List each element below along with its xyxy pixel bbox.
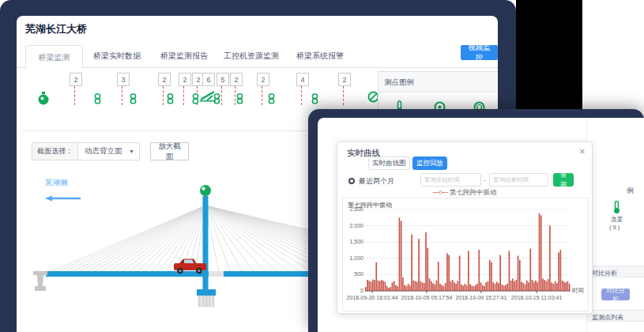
sensor-count-box: 2 — [179, 73, 191, 86]
sensor-dash-line — [301, 86, 302, 105]
point-list-section-header: 监测点列表 — [587, 310, 644, 322]
compare-analysis-button[interactable]: 对比分析 — [601, 289, 630, 300]
sensor-dash-line — [163, 86, 164, 105]
sensor-count-box: 2 — [70, 73, 82, 86]
sensor-count-box: 4 — [296, 73, 309, 86]
sensor-count-box: 6 — [202, 73, 215, 86]
sensor-dash-line — [221, 86, 222, 105]
section-select-value: 动态背立面 — [85, 146, 122, 157]
y-axis-tick-label: 2,000 — [343, 223, 363, 228]
chain-sensor-icon[interactable] — [167, 93, 174, 108]
x-axis-tick-label: 2018-10-15 11:03:41 — [511, 295, 562, 300]
y-axis-tick-label: 500 — [343, 271, 363, 277]
enlarge-section-button[interactable]: 放大截面 — [150, 142, 189, 160]
y-axis-tick-label: 1,000 — [343, 255, 363, 261]
range-separator: - — [484, 176, 486, 184]
video-monitor-button[interactable]: 视频监控 — [461, 45, 498, 60]
tab-ipc-resource[interactable]: 工控机资源监测 — [224, 51, 279, 62]
tab-monitor-playback[interactable]: 监控回放 — [412, 157, 447, 170]
sensor-count-box: 5 — [217, 73, 229, 86]
sensor-count-box: 2 — [158, 73, 171, 86]
point-list-label: 监测点列表 — [592, 313, 623, 322]
screenshot-stage: 芜湖长江大桥 桥梁监测 桥梁实时数据 桥梁监测报告 工控机资源监测 桥梁系统报警… — [0, 0, 644, 332]
query-start-time-input[interactable] — [420, 173, 481, 187]
jack-sensor-icon[interactable] — [199, 89, 217, 105]
chain-sensor-icon[interactable] — [94, 93, 101, 108]
legend-marker-icon: —○— — [432, 188, 447, 196]
vibration-chart — [343, 198, 588, 311]
legend-panel-header: 测点图例 — [378, 72, 498, 92]
sensor-dash-line — [262, 86, 262, 105]
y-axis-tick-label: 2,500 — [343, 206, 363, 212]
x-axis-tick-label: 2018-09-30 16:01:44 — [347, 295, 398, 300]
tab-bridge-monitoring[interactable]: 桥梁监测 — [25, 45, 83, 69]
sensor-dash-line — [343, 86, 344, 105]
page-title: 芜湖长江大桥 — [25, 22, 87, 36]
sensor-count-box: 3 — [117, 73, 130, 86]
tab-monitor-report[interactable]: 桥梁监测报告 — [160, 51, 208, 62]
x-axis-title: 时间 — [572, 287, 584, 295]
last-two-months-label: 最近两个月 — [359, 176, 394, 187]
legend-header-clipped: 例 — [627, 186, 644, 195]
realtime-curve-dialog: 实时曲线 × 实时曲线图 监控回放 最近两个月 - 查询 —○— 第七跨跨中振动… — [337, 141, 593, 314]
y-axis-tick-label: 0 — [343, 288, 363, 293]
vibration-chart-panel: 第七跨跨中振动 05001,0001,5002,0002,5002018-09-… — [342, 198, 589, 311]
sensor-count-box: 2 — [257, 73, 269, 86]
chart-legend[interactable]: —○— 第七跨跨中振动 — [337, 188, 592, 198]
chain-sensor-icon[interactable] — [311, 93, 318, 108]
tab-realtime-data[interactable]: 桥梁实时数据 — [93, 51, 141, 62]
sensor-dash-line — [235, 86, 235, 105]
chevron-down-icon: ▼ — [129, 149, 134, 154]
thermometer-icon — [612, 201, 621, 217]
section-select-label: 截面选择： — [32, 142, 78, 160]
x-axis-tick-label: 2018-10-09 15:27:41 — [455, 295, 507, 300]
query-button[interactable]: 查询 — [553, 173, 574, 187]
stopwatch-icon[interactable] — [37, 92, 50, 108]
background-gap — [516, 0, 582, 109]
sensor-dash-line — [74, 86, 75, 105]
chain-sensor-icon[interactable] — [192, 93, 199, 108]
chain-sensor-icon[interactable] — [268, 93, 275, 108]
sensor-count-box: 2 — [338, 73, 351, 86]
temperature-label: 温度 — [611, 216, 623, 224]
tab-realtime-curve[interactable]: 实时曲线图 — [368, 157, 410, 170]
sensor-count-box: 2 — [230, 73, 243, 86]
section-select-dropdown[interactable]: 动态背立面 ▼ — [77, 142, 140, 160]
chain-sensor-icon[interactable] — [236, 93, 243, 108]
legend-series-label: 第七跨跨中振动 — [450, 188, 497, 196]
temperature-count: ( 9 ) — [609, 224, 620, 231]
tab-divider — [17, 67, 498, 68]
compare-header-label: 对比分析 — [592, 269, 617, 277]
query-end-time-input[interactable] — [489, 173, 548, 187]
chain-sensor-icon[interactable] — [130, 93, 137, 108]
legend-panel-title: 测点图例 — [384, 77, 414, 88]
close-icon[interactable]: × — [579, 145, 586, 157]
dialog-window: 例 温度 ( 9 ) 对比分析 对比分析 监测点列表 实时曲线 × 实时曲线图 … — [318, 118, 644, 332]
sensor-dash-line — [122, 86, 122, 105]
last-two-months-radio[interactable] — [348, 178, 355, 184]
y-axis-tick-label: 1,500 — [343, 239, 363, 244]
x-axis-tick-label: 2018-10-05 05:17:54 — [401, 295, 453, 300]
compare-section-header: 对比分析 — [587, 266, 644, 277]
dialog-window-frame: 例 温度 ( 9 ) 对比分析 对比分析 监测点列表 实时曲线 × 实时曲线图 … — [308, 109, 644, 332]
tab-system-alarm[interactable]: 桥梁系统报警 — [296, 51, 344, 62]
sensor-dash-line — [183, 86, 184, 105]
